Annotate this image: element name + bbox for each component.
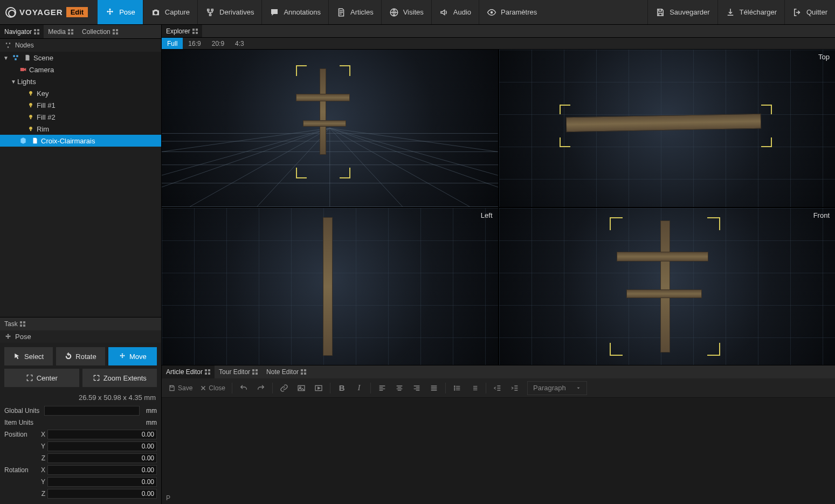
tree-light-fill1[interactable]: Fill #1 — [0, 99, 161, 111]
outdent-button[interactable] — [489, 381, 506, 396]
chevron-down-icon[interactable]: ▼ — [10, 79, 17, 85]
align-center-button[interactable] — [391, 381, 408, 396]
center-button[interactable]: Center — [4, 369, 79, 387]
redo-button[interactable] — [253, 381, 269, 396]
tab-label: Navigator — [4, 28, 32, 36]
move-button[interactable]: Move — [108, 347, 157, 365]
svg-rect-51 — [208, 369, 210, 371]
tree-model[interactable]: Croix-Clairmarais — [0, 135, 161, 147]
bold-button[interactable]: B — [334, 381, 350, 396]
align-right-button[interactable] — [409, 381, 425, 396]
position-y-field[interactable] — [47, 441, 157, 451]
grid-icon — [113, 29, 118, 34]
tab-note-editor[interactable]: Note Editor — [262, 365, 310, 378]
image-button[interactable] — [293, 381, 309, 396]
svg-rect-15 — [16, 55, 18, 57]
svg-point-23 — [29, 127, 32, 130]
svg-rect-24 — [30, 130, 31, 131]
svg-point-67 — [454, 389, 455, 390]
grid-icon — [192, 29, 198, 34]
tree-light-rim[interactable]: Rim — [0, 123, 161, 135]
menu-capture[interactable]: Capture — [143, 0, 197, 24]
svg-rect-22 — [30, 118, 31, 119]
svg-point-19 — [29, 103, 32, 106]
tab-tour-editor[interactable]: Tour Editor — [215, 365, 262, 378]
tree-camera[interactable]: Camera — [0, 64, 161, 75]
tree-lights[interactable]: ▼ Lights — [0, 75, 161, 87]
viewport-perspective[interactable] — [162, 50, 498, 207]
tab-navigator[interactable]: Navigator — [0, 25, 44, 38]
menu-parametres[interactable]: Paramètres — [479, 0, 544, 24]
video-button[interactable] — [310, 381, 327, 396]
chevron-down-icon[interactable]: ▼ — [2, 55, 10, 61]
svg-rect-10 — [113, 29, 115, 31]
paragraph-select[interactable]: Paragraph — [527, 381, 587, 395]
editor-status: P — [166, 494, 170, 502]
position-z-field[interactable] — [47, 453, 157, 463]
align-left-button[interactable] — [374, 381, 390, 396]
menu-save[interactable]: Sauvegarder — [647, 0, 717, 24]
tab-explorer[interactable]: Explorer — [162, 25, 202, 37]
extents-icon — [93, 374, 100, 382]
tab-label: Explorer — [166, 27, 190, 35]
menu-articles[interactable]: Articles — [328, 0, 381, 24]
document-icon — [24, 54, 31, 61]
undo-button[interactable] — [236, 381, 252, 396]
editor-save-button[interactable]: Save — [165, 381, 196, 396]
zoom-extents-button[interactable]: Zoom Extents — [82, 369, 157, 387]
menu-annotations[interactable]: Annotations — [261, 0, 328, 24]
link-button[interactable] — [276, 381, 292, 396]
tab-collection[interactable]: Collection — [78, 25, 122, 38]
align-justify-button[interactable] — [426, 381, 442, 396]
rotation-x-field[interactable] — [47, 465, 157, 475]
aspect-16-9[interactable]: 16:9 — [183, 38, 206, 49]
tree-label: Scene — [33, 54, 158, 62]
svg-rect-52 — [205, 372, 207, 375]
menu-exit[interactable]: Quitter — [784, 0, 835, 24]
select-button[interactable]: Select — [4, 347, 53, 365]
position-x-field[interactable] — [47, 430, 157, 439]
aspect-20-9[interactable]: 20:9 — [206, 38, 230, 49]
tree-light-fill2[interactable]: Fill #2 — [0, 111, 161, 123]
svg-rect-25 — [20, 321, 22, 323]
viewport-label: Top — [818, 53, 830, 61]
viewport-left[interactable]: Left — [162, 208, 498, 365]
rotation-z-field[interactable] — [47, 489, 157, 499]
svg-rect-50 — [205, 369, 207, 371]
list-ul-button[interactable] — [449, 381, 465, 396]
menu-visites[interactable]: Visites — [381, 0, 431, 24]
list-ol-button[interactable] — [466, 381, 482, 396]
menu-download[interactable]: Télécharger — [717, 0, 784, 24]
menu-label: Pose — [119, 8, 135, 16]
model-proxy — [660, 220, 670, 353]
tree-light-key[interactable]: Key — [0, 87, 161, 99]
model-proxy — [626, 289, 702, 298]
viewport-label: Front — [813, 211, 830, 219]
aspect-full[interactable]: Full — [162, 38, 183, 49]
menu-pose[interactable]: Pose — [98, 0, 143, 24]
global-units-field[interactable] — [44, 406, 140, 416]
svg-rect-11 — [116, 29, 118, 31]
brand-title: VOYAGER — [19, 8, 63, 17]
tab-media[interactable]: Media — [44, 25, 78, 38]
nodes-header-label: Nodes — [15, 42, 34, 49]
indent-button[interactable] — [507, 381, 523, 396]
editor-body[interactable]: P — [162, 398, 835, 504]
italic-button[interactable]: I — [351, 381, 367, 396]
menu-derivatives[interactable]: Derivatives — [197, 0, 261, 24]
editor-close-button[interactable]: Close — [197, 381, 229, 396]
svg-line-48 — [162, 128, 330, 152]
viewport-top[interactable]: Top — [499, 50, 836, 207]
aspect-4-3[interactable]: 4:3 — [230, 38, 250, 49]
grid-icon — [68, 29, 73, 34]
svg-rect-12 — [113, 32, 115, 34]
viewport-front[interactable]: Front — [499, 208, 836, 365]
tab-article-editor[interactable]: Article Editor — [162, 365, 215, 378]
svg-line-40 — [190, 128, 330, 207]
cursor-icon — [13, 353, 21, 360]
menu-audio[interactable]: Audio — [431, 0, 479, 24]
tree-scene[interactable]: ▼ Scene — [0, 52, 161, 64]
rotation-y-field[interactable] — [47, 477, 157, 487]
rotate-button[interactable]: Rotate — [56, 347, 105, 365]
svg-point-17 — [29, 91, 32, 94]
